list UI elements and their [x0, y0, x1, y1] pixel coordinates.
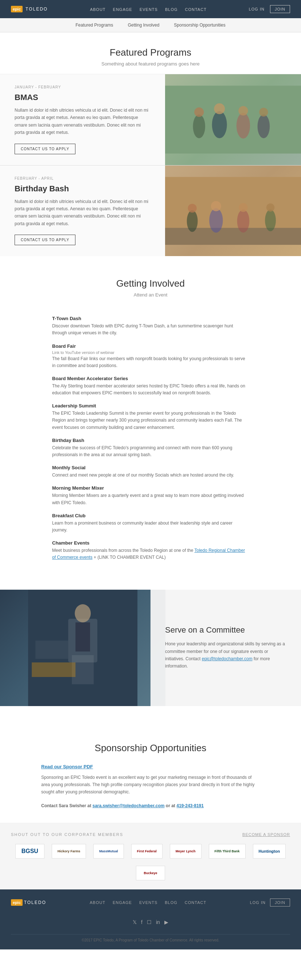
svg-rect-27: [35, 641, 68, 659]
top-navigation: epic TOLEDO About Engage Events Blog Con…: [0, 0, 301, 18]
nav-engage[interactable]: Engage: [113, 7, 132, 12]
svg-point-15: [188, 204, 197, 212]
contact-apply-btn-2[interactable]: Contact Us to Apply: [14, 235, 75, 245]
program-content-1: January - February BMAS Nullam id dolor …: [0, 74, 165, 165]
event-item-5: Birthday Bash Celebrate the success of E…: [52, 438, 249, 458]
logo-bgsu: BGSU: [15, 844, 45, 859]
nav-contact[interactable]: Contact: [185, 7, 207, 12]
logo-massmutual: MassMutual: [93, 844, 124, 859]
footer-logo-text: TOLEDO: [24, 900, 46, 905]
event-item-3: Board Member Accelerator Series The Aly …: [52, 376, 249, 396]
featured-subtitle: Something about featured programs goes h…: [7, 61, 294, 67]
event-name-1: T-Town Dash: [52, 316, 249, 321]
become-sponsor[interactable]: Become a Sponsor: [242, 832, 290, 837]
footer-engage[interactable]: Engage: [113, 900, 132, 905]
event-name-3: Board Member Accelerator Series: [52, 376, 249, 381]
logo[interactable]: epic TOLEDO: [11, 6, 48, 13]
footer-about[interactable]: About: [90, 900, 105, 905]
footer-contact[interactable]: Contact: [185, 900, 206, 905]
subnav-sponsorship[interactable]: Sponsorship Opportunities: [174, 22, 225, 28]
chamber-link[interactable]: Toledo Regional Chamber of Commerce even…: [52, 548, 245, 560]
event-item-9: Chamber Events Meet business professiona…: [52, 540, 249, 561]
committee-email[interactable]: epic@toledochamber.com: [202, 656, 253, 661]
footer-events[interactable]: Events: [139, 900, 157, 905]
committee-section: Serve on a Committee Hone your leadershi…: [0, 590, 301, 706]
svg-point-20: [265, 210, 276, 231]
social-facebook[interactable]: f: [141, 919, 142, 925]
event-desc-2: The fall Board Fair links our members wi…: [52, 355, 249, 369]
committee-desc: Hone your leadership and organizational …: [165, 640, 287, 670]
event-desc-9: Meet business professionals from across …: [52, 547, 249, 561]
program-desc-2: Nullam id dolor id nibh ultricies vehicu…: [14, 198, 150, 228]
sponsor-pdf-link[interactable]: Read our Sponsor PDF: [41, 764, 260, 769]
getting-involved-title: Getting Involved: [7, 278, 294, 289]
subnav-getting-involved[interactable]: Getting Involved: [128, 22, 160, 28]
logo-ml: Meyer Lynch: [170, 844, 202, 859]
logo-huntington: Huntington: [253, 844, 286, 859]
join-button[interactable]: Join: [270, 5, 290, 13]
social-youtube[interactable]: ▶: [164, 919, 168, 925]
sponsor-email[interactable]: sara.swisher@toledochamber.com: [93, 803, 165, 808]
committee-box: Serve on a Committee Hone your leadershi…: [150, 590, 301, 706]
svg-point-19: [239, 203, 247, 212]
event-name-9: Chamber Events: [52, 540, 249, 546]
nav-events[interactable]: Events: [139, 7, 158, 12]
footer-nav-links: About Engage Events Blog Contact: [90, 900, 206, 905]
svg-rect-28: [32, 662, 75, 677]
event-name-4: Leadership Summit: [52, 403, 249, 409]
sponsorship-title: Sponsorship Opportunities: [18, 743, 283, 754]
footer-nav: epic TOLEDO About Engage Events Blog Con…: [11, 899, 290, 907]
events-list: T-Town Dash Discover downtown Toledo wit…: [41, 316, 260, 561]
event-sub-2: Link to YouTube version of webinar: [52, 350, 249, 355]
featured-title: Featured Programs: [7, 47, 294, 58]
getting-involved-header: Getting Involved Attend an Event: [0, 263, 301, 316]
logo-first-fed: First Federal: [131, 844, 163, 859]
social-linkedin[interactable]: in: [156, 919, 160, 925]
footer-logo-box: epic: [11, 899, 22, 906]
footer-join[interactable]: Join: [270, 899, 290, 907]
program-date-2: February - April: [14, 177, 150, 180]
committee-image: [0, 590, 165, 706]
nav-about[interactable]: About: [90, 7, 106, 12]
footer-blog[interactable]: Blog: [165, 900, 178, 905]
contact-apply-btn-1[interactable]: Contact Us to Apply: [14, 144, 75, 154]
event-desc-8: Learn from a prominent business or commu…: [52, 520, 249, 534]
footer-auth: Log In Join: [250, 899, 290, 907]
subnav-featured[interactable]: Featured Programs: [75, 22, 113, 28]
svg-rect-10: [165, 86, 301, 154]
event-desc-6: Connect and meet new people at one of ou…: [52, 472, 249, 479]
featured-header: Featured Programs Something about featur…: [0, 32, 301, 74]
nav-blog[interactable]: Blog: [165, 7, 178, 12]
sponsorship-section: Sponsorship Opportunities Read our Spons…: [0, 713, 301, 823]
event-name-8: Breakfast Club: [52, 513, 249, 519]
event-item-1: T-Town Dash Discover downtown Toledo wit…: [52, 316, 249, 336]
svg-point-24: [75, 604, 91, 622]
program-title-1: BMAS: [14, 93, 150, 102]
program-block-2: February - April Birthday Bash Nullam id…: [0, 165, 301, 256]
corporate-members-section: Shout Out to Our Corporate Members Becom…: [0, 823, 301, 889]
svg-point-18: [237, 210, 250, 232]
footer-login[interactable]: Log In: [250, 900, 266, 905]
event-desc-4: The EPIC Toledo Leadership Summit is the…: [52, 410, 249, 431]
footer: epic TOLEDO About Engage Events Blog Con…: [0, 889, 301, 950]
login-link[interactable]: Log In: [249, 7, 264, 11]
logo-fifth-third: Fifth Third Bank: [209, 844, 246, 859]
sponsor-phone[interactable]: 419-243-8191: [176, 803, 204, 808]
event-desc-5: Celebrate the success of EPIC Toledo's p…: [52, 444, 249, 458]
event-item-2: Board Fair Link to YouTube version of we…: [52, 344, 249, 369]
committee-title: Serve on a Committee: [165, 625, 287, 635]
event-item-7: Morning Member Mixer Morning Member Mixe…: [52, 485, 249, 506]
program-image-bottom: [165, 165, 301, 256]
social-instagram[interactable]: ☐: [147, 919, 152, 925]
social-twitter[interactable]: 𝕏: [133, 919, 137, 925]
footer-logo[interactable]: epic TOLEDO: [11, 900, 46, 905]
logo-buckeye: Buckeye: [136, 866, 165, 880]
corporate-header: Shout Out to Our Corporate Members Becom…: [11, 832, 290, 837]
attend-event-subtitle: Attend an Event: [7, 292, 294, 298]
program-image-top: [165, 74, 301, 165]
event-item-6: Monthly Social Connect and meet new peop…: [52, 465, 249, 479]
event-name-6: Monthly Social: [52, 465, 249, 470]
event-item-4: Leadership Summit The EPIC Toledo Leader…: [52, 403, 249, 431]
nav-links: About Engage Events Blog Contact: [90, 6, 207, 12]
program-title-2: Birthday Bash: [14, 184, 150, 194]
